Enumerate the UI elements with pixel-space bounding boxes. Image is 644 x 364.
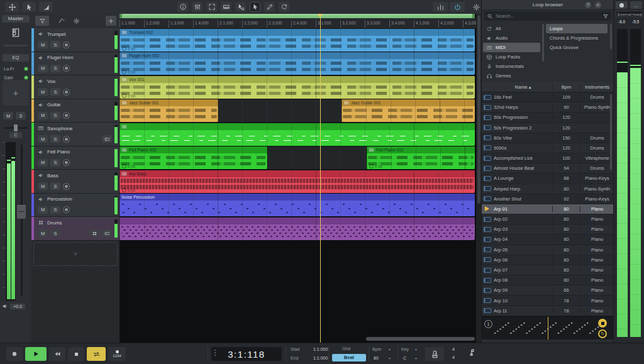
mixer-tool[interactable] <box>192 2 203 12</box>
clip[interactable] <box>119 123 475 146</box>
record-arm-button[interactable] <box>63 183 70 190</box>
loop-row[interactable]: 32nd Harps90Piano-Synth <box>482 102 614 113</box>
output-device-field[interactable]: External headp... <box>616 11 643 17</box>
record-arm-button[interactable] <box>63 65 70 72</box>
clip[interactable]: Vox 0010.50 <box>119 76 475 99</box>
record-arm-button[interactable] <box>63 159 70 166</box>
record-arm-button[interactable] <box>63 89 70 96</box>
track-settings-button[interactable] <box>70 16 82 26</box>
loop-row[interactable]: Arp 0280Piano <box>482 214 614 224</box>
insert-power-led[interactable] <box>25 67 28 70</box>
editor-icon[interactable] <box>102 229 112 237</box>
arrow-tool[interactable] <box>22 2 36 12</box>
clip[interactable]: Felt Piano 0020.50 <box>119 146 267 169</box>
loop-row[interactable]: 16s Feel109Drums <box>482 92 614 102</box>
browser-toggle-button[interactable] <box>450 2 465 12</box>
count-in-button[interactable]: 1234 <box>108 347 126 361</box>
vertical-scrollbar[interactable] <box>476 14 481 343</box>
insert-power-led[interactable] <box>25 76 28 79</box>
rewind-button[interactable] <box>49 347 65 361</box>
solo-button[interactable]: S <box>50 41 60 48</box>
clip[interactable]: Jazz Guitar 001 <box>119 99 218 122</box>
loop-row[interactable]: Arp 0880Piano <box>482 275 614 285</box>
track-header-saxophone[interactable]: SaxophoneMS <box>31 123 119 146</box>
master-fader-handle[interactable] <box>17 205 26 219</box>
track-header-bass[interactable]: BassMS <box>31 170 119 194</box>
table-scrollbar[interactable] <box>610 94 612 170</box>
search-input[interactable] <box>496 13 600 19</box>
end-value[interactable]: 1:1:000 <box>313 356 328 360</box>
bridge-menu-button[interactable]: ... <box>630 1 642 9</box>
loop-row[interactable]: Arp 0180Piano <box>482 204 614 214</box>
mix-view-button[interactable] <box>433 2 448 12</box>
keyboard-tool[interactable] <box>221 2 231 12</box>
bpm-up-arrow[interactable]: ▾ <box>389 348 391 351</box>
add-insert-slot[interactable]: + <box>3 80 29 106</box>
category-genres[interactable]: Genres <box>483 71 540 80</box>
hscroll-thumb[interactable] <box>366 337 475 341</box>
loop-button[interactable] <box>87 347 106 361</box>
master-solo-button[interactable]: S <box>16 112 26 119</box>
solo-button[interactable]: S <box>50 88 60 96</box>
loop-row[interactable]: 50s Progression120 <box>482 113 614 123</box>
track-header-drums[interactable]: DrumsMS <box>31 217 119 241</box>
record-arm-button[interactable] <box>63 112 70 119</box>
mute-button[interactable]: M <box>38 112 48 119</box>
track-header-guitar[interactable]: GuitarMS <box>31 99 119 123</box>
master-tab[interactable]: Master <box>2 15 30 23</box>
routing-button[interactable] <box>55 16 68 26</box>
master-volume-value[interactable]: +0.0 <box>10 304 25 309</box>
bpm-down-arrow[interactable]: ▾ <box>389 356 391 360</box>
mute-button[interactable]: M <box>38 182 48 190</box>
insert-slot[interactable]: Lo-Fi <box>4 65 28 72</box>
track-filter-button[interactable] <box>35 16 49 26</box>
loop-row[interactable]: Another Shot92Piano-Keys <box>482 194 614 204</box>
column-header-instruments[interactable]: Instruments <box>580 84 614 90</box>
help-button[interactable]: ? <box>585 2 591 8</box>
subcategory-chords-progressions[interactable]: Chords & Progressions <box>546 33 608 43</box>
timeline-ruler[interactable]: 1.1.0001.2.0001.3.0001.4.0002.1.0002.2.0… <box>119 18 476 29</box>
editor-icon[interactable] <box>102 135 112 143</box>
clip[interactable]: Trumpet 0020.50 <box>119 29 475 52</box>
pan-slider[interactable] <box>4 127 28 129</box>
loop-row[interactable]: Amped Harp80Piano-Synth <box>482 184 614 194</box>
loop-row[interactable]: Arp 0580Piano <box>482 245 614 255</box>
fade-tool[interactable] <box>39 2 53 12</box>
bridge-record-button[interactable] <box>616 1 628 9</box>
mute-button[interactable]: M <box>38 159 48 167</box>
filter-icon[interactable] <box>602 13 609 19</box>
add-track-button[interactable] <box>106 16 116 26</box>
clip[interactable]: Arp Bass0.50 <box>119 170 475 193</box>
transform-tool[interactable] <box>206 2 217 12</box>
move-tool[interactable] <box>5 2 19 12</box>
master-fader-track[interactable] <box>21 145 23 295</box>
solo-button[interactable]: S <box>50 182 60 190</box>
pan-center-button[interactable]: C <box>9 132 22 138</box>
track-header-percussion[interactable]: PercussionMS <box>31 194 119 218</box>
clip[interactable]: Flugel Horn 0020.50 <box>119 52 475 75</box>
loop-row[interactable]: Arp 0480Piano <box>482 234 614 245</box>
mute-button[interactable]: M <box>38 65 48 72</box>
mute-button[interactable]: M <box>38 229 48 237</box>
loop-row[interactable]: A Lounge88Piano-Keys <box>482 174 614 184</box>
mute-button[interactable]: M <box>38 206 48 214</box>
select-tool[interactable] <box>235 2 246 12</box>
mute-button[interactable]: M <box>38 135 48 143</box>
solo-button[interactable]: S <box>50 65 60 72</box>
record-arm-button[interactable] <box>63 136 70 143</box>
play-button[interactable] <box>25 347 47 361</box>
track-header-trumpet[interactable]: TrumpetMS <box>31 28 119 52</box>
column-header-bpm[interactable]: Bpm <box>552 84 580 90</box>
loop-row[interactable]: Accomplished Lick100Vibraphone <box>482 153 614 163</box>
category-loop-packs[interactable]: Loop Packs <box>483 52 540 62</box>
clip[interactable]: Jazz Guitar 001 <box>341 99 475 122</box>
eq-button[interactable]: EQ <box>3 54 29 62</box>
track-header-flugel-horn[interactable]: Flugel HornMS <box>31 52 119 76</box>
solo-button[interactable]: S <box>50 159 60 167</box>
key-value[interactable]: C <box>403 356 406 360</box>
settings-button[interactable] <box>470 2 482 12</box>
category-instrumentals[interactable]: Instrumentals <box>483 62 540 71</box>
record-arm-button[interactable] <box>63 206 70 213</box>
loop-tool[interactable] <box>279 2 289 12</box>
tempo-note-icon[interactable] <box>465 348 476 359</box>
